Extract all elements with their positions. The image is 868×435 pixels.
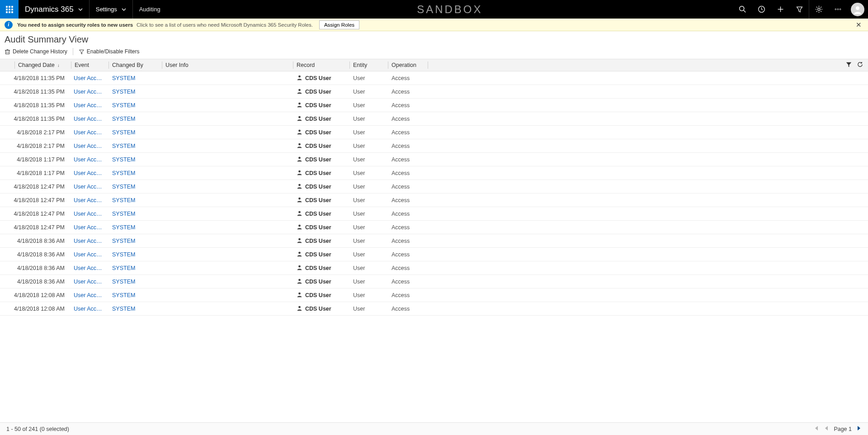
cell-event-link[interactable]: User Access v... — [70, 170, 108, 176]
cell-changed-by-link[interactable]: SYSTEM — [108, 238, 162, 244]
column-user-info[interactable]: User Info — [162, 59, 293, 71]
nav-brand-dropdown[interactable]: Dynamics 365 — [19, 0, 90, 19]
cell-changed-by-link[interactable]: SYSTEM — [108, 306, 162, 312]
cell-record[interactable]: CDS User — [293, 75, 349, 82]
delete-change-history-button[interactable]: Delete Change History — [3, 47, 69, 56]
cell-event-link[interactable]: User Access v... — [70, 143, 108, 149]
cell-record[interactable]: CDS User — [293, 170, 349, 177]
user-avatar[interactable] — [851, 3, 864, 16]
cell-record[interactable]: CDS User — [293, 278, 349, 285]
cell-record[interactable]: CDS User — [293, 210, 349, 218]
column-event[interactable]: Event — [71, 59, 108, 71]
cell-changed-by-link[interactable]: SYSTEM — [108, 292, 162, 298]
grid-body[interactable]: 4/18/2018 11:35 PMUser Access v...SYSTEM… — [0, 71, 868, 422]
recent-button[interactable] — [752, 0, 771, 19]
cell-record[interactable]: CDS User — [293, 88, 349, 95]
cell-changed-by-link[interactable]: SYSTEM — [108, 102, 162, 109]
cell-event-link[interactable]: User Access v... — [70, 279, 108, 285]
table-row[interactable]: 4/18/2018 8:36 AMUser Access v...SYSTEMC… — [0, 261, 868, 275]
cell-record[interactable]: CDS User — [293, 156, 349, 163]
cell-event-link[interactable]: User Access v... — [70, 251, 108, 258]
cell-event-link[interactable]: User Access v... — [70, 116, 108, 122]
column-operation[interactable]: Operation — [388, 59, 428, 71]
table-row[interactable]: 4/18/2018 11:35 PMUser Access v...SYSTEM… — [0, 85, 868, 99]
table-row[interactable]: 4/18/2018 1:17 PMUser Access v...SYSTEMC… — [0, 166, 868, 180]
table-row[interactable]: 4/18/2018 12:47 PMUser Access v...SYSTEM… — [0, 207, 868, 221]
cell-event-link[interactable]: User Access v... — [70, 197, 108, 203]
cell-record[interactable]: CDS User — [293, 142, 349, 150]
cell-event-link[interactable]: User Access v... — [70, 211, 108, 217]
cell-changed-by-link[interactable]: SYSTEM — [108, 143, 162, 149]
more-button[interactable] — [828, 0, 847, 19]
cell-record[interactable]: CDS User — [293, 224, 349, 231]
app-launcher-button[interactable] — [0, 0, 19, 19]
cell-changed-by-link[interactable]: SYSTEM — [108, 75, 162, 81]
cell-record[interactable]: CDS User — [293, 129, 349, 136]
cell-changed-by-link[interactable]: SYSTEM — [108, 129, 162, 136]
cell-record[interactable]: CDS User — [293, 265, 349, 272]
column-changed-date[interactable]: Changed Date ↓ — [14, 59, 71, 71]
column-entity[interactable]: Entity — [349, 59, 388, 71]
cell-changed-by-link[interactable]: SYSTEM — [108, 156, 162, 163]
adv-find-button[interactable] — [790, 0, 809, 19]
grid-filter-button[interactable] — [845, 61, 852, 69]
cell-changed-by-link[interactable]: SYSTEM — [108, 265, 162, 271]
table-row[interactable]: 4/18/2018 11:35 PMUser Access v...SYSTEM… — [0, 71, 868, 85]
cell-changed-by-link[interactable]: SYSTEM — [108, 116, 162, 122]
nav-area-dropdown[interactable]: Settings — [90, 0, 133, 19]
assign-roles-button[interactable]: Assign Roles — [319, 20, 359, 29]
column-record[interactable]: Record — [293, 59, 349, 71]
cell-record[interactable]: CDS User — [293, 305, 349, 312]
enable-disable-filters-button[interactable]: Enable/Disable Filters — [77, 47, 142, 56]
new-button[interactable] — [771, 0, 790, 19]
table-row[interactable]: 4/18/2018 8:36 AMUser Access v...SYSTEMC… — [0, 275, 868, 288]
table-row[interactable]: 4/18/2018 12:47 PMUser Access v...SYSTEM… — [0, 194, 868, 207]
cell-record[interactable]: CDS User — [293, 251, 349, 258]
table-row[interactable]: 4/18/2018 12:47 PMUser Access v...SYSTEM… — [0, 221, 868, 234]
table-row[interactable]: 4/18/2018 11:35 PMUser Access v...SYSTEM… — [0, 112, 868, 126]
cell-changed-by-link[interactable]: SYSTEM — [108, 211, 162, 217]
nav-breadcrumb[interactable]: Auditing — [133, 0, 167, 19]
cell-event-link[interactable]: User Access v... — [70, 102, 108, 109]
cell-record[interactable]: CDS User — [293, 183, 349, 190]
table-row[interactable]: 4/18/2018 2:17 PMUser Access v...SYSTEMC… — [0, 139, 868, 153]
table-row[interactable]: 4/18/2018 12:08 AMUser Access v...SYSTEM… — [0, 288, 868, 302]
cell-changed-by-link[interactable]: SYSTEM — [108, 184, 162, 190]
cell-event-link[interactable]: User Access v... — [70, 265, 108, 271]
cell-event-link[interactable]: User Access v... — [70, 224, 108, 231]
cell-changed-by-link[interactable]: SYSTEM — [108, 197, 162, 203]
pager-prev-button[interactable] — [824, 425, 829, 433]
settings-button[interactable] — [809, 0, 828, 19]
cell-record[interactable]: CDS User — [293, 197, 349, 204]
cell-changed-by-link[interactable]: SYSTEM — [108, 170, 162, 176]
pager-next-button[interactable] — [856, 425, 862, 433]
table-row[interactable]: 4/18/2018 12:47 PMUser Access v...SYSTEM… — [0, 180, 868, 194]
cell-record[interactable]: CDS User — [293, 237, 349, 245]
table-row[interactable]: 4/18/2018 11:35 PMUser Access v...SYSTEM… — [0, 99, 868, 112]
pager-first-button[interactable] — [813, 425, 819, 433]
grid-refresh-button[interactable] — [857, 61, 863, 69]
column-changed-by[interactable]: Changed By — [108, 59, 162, 71]
table-row[interactable]: 4/18/2018 1:17 PMUser Access v...SYSTEMC… — [0, 153, 868, 166]
cell-event-link[interactable]: User Access v... — [70, 306, 108, 312]
search-button[interactable] — [733, 0, 752, 19]
notification-close-button[interactable]: ✕ — [854, 21, 863, 29]
cell-record[interactable]: CDS User — [293, 102, 349, 109]
cell-event-link[interactable]: User Access v... — [70, 129, 108, 136]
table-row[interactable]: 4/18/2018 2:17 PMUser Access v...SYSTEMC… — [0, 126, 868, 139]
table-row[interactable]: 4/18/2018 12:08 AMUser Access v...SYSTEM… — [0, 302, 868, 316]
cell-record[interactable]: CDS User — [293, 292, 349, 299]
column-select-all[interactable] — [0, 59, 14, 71]
table-row[interactable]: 4/18/2018 8:36 AMUser Access v...SYSTEMC… — [0, 248, 868, 261]
cell-event-link[interactable]: User Access v... — [70, 292, 108, 298]
cell-changed-by-link[interactable]: SYSTEM — [108, 251, 162, 258]
cell-record[interactable]: CDS User — [293, 115, 349, 123]
cell-event-link[interactable]: User Access v... — [70, 75, 108, 81]
cell-changed-by-link[interactable]: SYSTEM — [108, 224, 162, 231]
cell-event-link[interactable]: User Access v... — [70, 238, 108, 244]
cell-changed-by-link[interactable]: SYSTEM — [108, 279, 162, 285]
cell-changed-by-link[interactable]: SYSTEM — [108, 89, 162, 95]
table-row[interactable]: 4/18/2018 8:36 AMUser Access v...SYSTEMC… — [0, 234, 868, 248]
cell-event-link[interactable]: User Access v... — [70, 184, 108, 190]
cell-event-link[interactable]: User Access v... — [70, 156, 108, 163]
